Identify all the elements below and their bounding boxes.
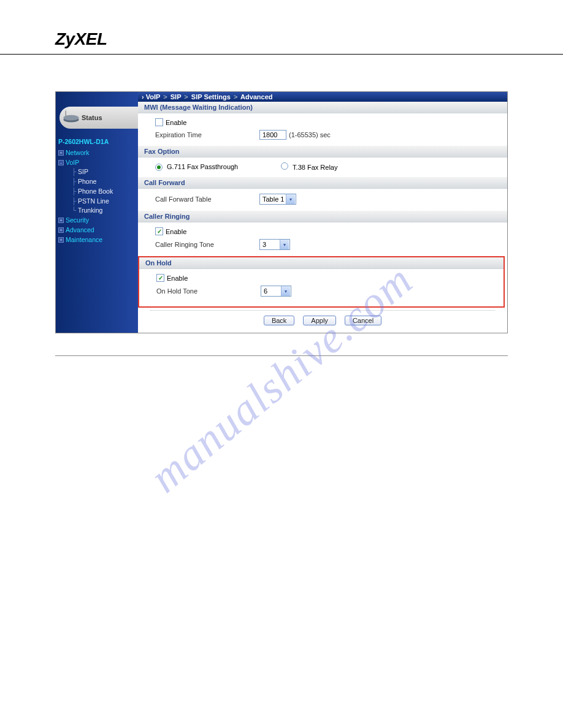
expand-icon: + bbox=[58, 150, 64, 156]
oh-tone-value: 6 bbox=[264, 287, 267, 295]
expiration-input[interactable] bbox=[259, 130, 286, 140]
nav-voip[interactable]: - VoIP bbox=[58, 158, 136, 168]
section-cf-header: Call Forward bbox=[138, 177, 507, 189]
fax-g711-option[interactable]: G.711 Fax Passthrough bbox=[155, 163, 238, 171]
nav-label: Advanced bbox=[66, 226, 94, 235]
section-fax-body: G.711 Fax Passthrough T.38 Fax Relay bbox=[138, 157, 507, 177]
cr-enable-label: Enable bbox=[166, 228, 186, 235]
cf-table-label: Call Forward Table bbox=[155, 195, 259, 203]
nav-trunking[interactable]: └ Trunking bbox=[58, 206, 136, 216]
chevron-down-icon: ▾ bbox=[281, 286, 290, 296]
expand-icon: + bbox=[58, 227, 64, 233]
cr-tone-value: 3 bbox=[262, 241, 266, 248]
nav-label: VoIP bbox=[66, 158, 79, 168]
breadcrumb-item: Advanced bbox=[240, 93, 273, 100]
cf-table-value: Table 1 bbox=[262, 195, 284, 203]
button-row: Back Apply Cancel bbox=[150, 310, 495, 333]
chevron-down-icon: ▾ bbox=[286, 194, 295, 204]
cr-tone-label: Caller Ringing Tone bbox=[155, 241, 259, 248]
nav-security[interactable]: + Security bbox=[58, 216, 136, 226]
oh-tone-label: On Hold Tone bbox=[156, 287, 261, 295]
section-oh-body: Enable On Hold Tone 6 ▾ bbox=[139, 269, 504, 303]
nav-maintenance[interactable]: + Maintenance bbox=[58, 235, 136, 245]
nav-label: Phone bbox=[78, 177, 96, 187]
radio-icon bbox=[281, 162, 288, 170]
mwi-enable-checkbox[interactable] bbox=[155, 118, 163, 126]
section-cr-body: Enable Caller Ringing Tone 3 ▾ bbox=[138, 222, 507, 256]
breadcrumb: › VoIP > SIP > SIP Settings > Advanced bbox=[138, 92, 507, 102]
nav-tree: P-2602HWL-D1A + Network - VoIP ├ SIP ├ P… bbox=[56, 129, 138, 257]
breadcrumb-item[interactable]: VoIP bbox=[146, 93, 160, 100]
section-fax-header: Fax Option bbox=[138, 146, 507, 157]
divider bbox=[55, 355, 508, 356]
radio-icon bbox=[155, 164, 163, 171]
expand-icon: + bbox=[58, 218, 64, 223]
breadcrumb-arrow-icon: › bbox=[142, 93, 144, 100]
nav-pstn[interactable]: ├ PSTN Line bbox=[58, 197, 136, 207]
apply-button[interactable]: Apply bbox=[303, 316, 336, 325]
oh-tone-select[interactable]: 6 ▾ bbox=[261, 286, 291, 297]
device-model: P-2602HWL-D1A bbox=[58, 137, 136, 147]
section-cf-body: Call Forward Table Table 1 ▾ bbox=[138, 189, 507, 211]
chevron-down-icon: ▾ bbox=[280, 240, 289, 249]
expiration-hint: (1-65535) sec bbox=[289, 131, 331, 138]
nav-label: Trunking bbox=[78, 206, 102, 216]
nav-label: Security bbox=[66, 216, 89, 226]
fax-g711-label: G.711 Fax Passthrough bbox=[167, 163, 238, 170]
cf-table-select[interactable]: Table 1 ▾ bbox=[259, 194, 296, 205]
section-cr-header: Caller Ringing bbox=[138, 211, 507, 222]
nav-advanced[interactable]: + Advanced bbox=[58, 226, 136, 235]
status-label: Status bbox=[82, 114, 102, 121]
sidebar: Status P-2602HWL-D1A + Network - VoIP ├ … bbox=[56, 92, 138, 333]
nav-phonebook[interactable]: ├ Phone Book bbox=[58, 187, 136, 197]
router-ui-screenshot: Status P-2602HWL-D1A + Network - VoIP ├ … bbox=[55, 91, 508, 333]
cancel-button[interactable]: Cancel bbox=[345, 316, 381, 325]
breadcrumb-item[interactable]: SIP Settings bbox=[191, 93, 231, 100]
router-icon bbox=[62, 110, 80, 123]
section-oh-header: On Hold bbox=[139, 257, 504, 269]
page-header: ZyXEL bbox=[0, 0, 563, 55]
nav-sip[interactable]: ├ SIP bbox=[58, 167, 136, 177]
mwi-enable-label: Enable bbox=[166, 119, 186, 126]
expand-icon: + bbox=[58, 237, 64, 243]
oh-enable-label: Enable bbox=[167, 275, 188, 282]
brand-logo: ZyXEL bbox=[55, 29, 508, 49]
collapse-icon: - bbox=[58, 160, 64, 165]
nav-network[interactable]: + Network bbox=[58, 148, 136, 158]
expiration-label: Expiration Time bbox=[155, 131, 259, 138]
nav-label: SIP bbox=[78, 167, 88, 177]
section-mwi-body: Enable Expiration Time (1-65535) sec bbox=[138, 113, 507, 146]
tree-line-icon: ├ bbox=[72, 197, 77, 207]
tree-line-icon: ├ bbox=[72, 167, 77, 177]
breadcrumb-item[interactable]: SIP bbox=[170, 93, 182, 100]
tree-line-icon: └ bbox=[72, 206, 77, 216]
tree-line-icon: ├ bbox=[72, 187, 77, 197]
content-panel: › VoIP > SIP > SIP Settings > Advanced M… bbox=[138, 92, 507, 333]
nav-label: Maintenance bbox=[66, 235, 102, 245]
nav-label: Phone Book bbox=[78, 187, 113, 197]
cr-enable-checkbox[interactable] bbox=[155, 227, 163, 235]
oh-enable-checkbox[interactable] bbox=[156, 274, 164, 282]
fax-t38-label: T.38 Fax Relay bbox=[293, 164, 337, 171]
highlight-box: On Hold Enable On Hold Tone 6 ▾ bbox=[138, 256, 505, 308]
cr-tone-select[interactable]: 3 ▾ bbox=[259, 239, 290, 250]
nav-label: PSTN Line bbox=[78, 197, 109, 207]
section-mwi-header: MWI (Message Waiting Indication) bbox=[138, 102, 507, 113]
status-tab[interactable]: Status bbox=[59, 107, 138, 129]
back-button[interactable]: Back bbox=[264, 316, 294, 325]
fax-t38-option[interactable]: T.38 Fax Relay bbox=[281, 162, 337, 171]
nav-phone[interactable]: ├ Phone bbox=[58, 177, 136, 187]
nav-label: Network bbox=[66, 148, 90, 158]
tree-line-icon: ├ bbox=[72, 177, 77, 187]
